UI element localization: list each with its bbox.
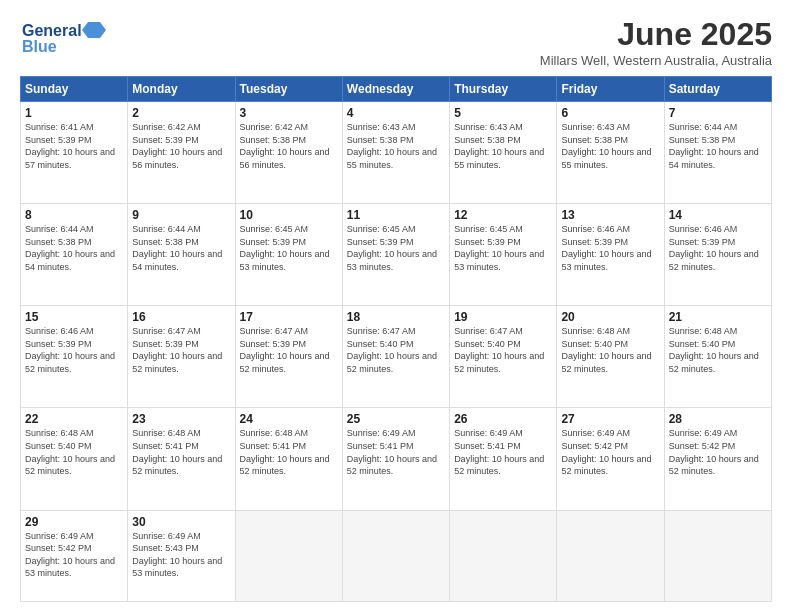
day-info: Sunrise: 6:47 AMSunset: 5:40 PMDaylight:… bbox=[454, 326, 544, 374]
day-info: Sunrise: 6:48 AMSunset: 5:40 PMDaylight:… bbox=[669, 326, 759, 374]
logo-svg: General Blue bbox=[20, 16, 110, 58]
day-number: 6 bbox=[561, 106, 659, 120]
day-header-saturday: Saturday bbox=[664, 77, 771, 102]
calendar-cell: 11Sunrise: 6:45 AMSunset: 5:39 PMDayligh… bbox=[342, 204, 449, 306]
calendar-cell: 18Sunrise: 6:47 AMSunset: 5:40 PMDayligh… bbox=[342, 306, 449, 408]
day-info: Sunrise: 6:43 AMSunset: 5:38 PMDaylight:… bbox=[454, 122, 544, 170]
calendar-table: SundayMondayTuesdayWednesdayThursdayFrid… bbox=[20, 76, 772, 602]
calendar-cell: 9Sunrise: 6:44 AMSunset: 5:38 PMDaylight… bbox=[128, 204, 235, 306]
days-header-row: SundayMondayTuesdayWednesdayThursdayFrid… bbox=[21, 77, 772, 102]
day-info: Sunrise: 6:44 AMSunset: 5:38 PMDaylight:… bbox=[25, 224, 115, 272]
day-header-thursday: Thursday bbox=[450, 77, 557, 102]
day-info: Sunrise: 6:48 AMSunset: 5:40 PMDaylight:… bbox=[561, 326, 651, 374]
calendar-cell: 13Sunrise: 6:46 AMSunset: 5:39 PMDayligh… bbox=[557, 204, 664, 306]
day-number: 17 bbox=[240, 310, 338, 324]
day-info: Sunrise: 6:45 AMSunset: 5:39 PMDaylight:… bbox=[454, 224, 544, 272]
day-info: Sunrise: 6:47 AMSunset: 5:40 PMDaylight:… bbox=[347, 326, 437, 374]
calendar-cell: 24Sunrise: 6:48 AMSunset: 5:41 PMDayligh… bbox=[235, 408, 342, 510]
calendar-cell: 1Sunrise: 6:41 AMSunset: 5:39 PMDaylight… bbox=[21, 102, 128, 204]
day-info: Sunrise: 6:49 AMSunset: 5:42 PMDaylight:… bbox=[669, 428, 759, 476]
calendar-cell: 25Sunrise: 6:49 AMSunset: 5:41 PMDayligh… bbox=[342, 408, 449, 510]
svg-text:Blue: Blue bbox=[22, 38, 57, 55]
logo: General Blue bbox=[20, 16, 110, 62]
day-info: Sunrise: 6:44 AMSunset: 5:38 PMDaylight:… bbox=[132, 224, 222, 272]
calendar-cell: 30Sunrise: 6:49 AMSunset: 5:43 PMDayligh… bbox=[128, 510, 235, 601]
calendar-cell: 23Sunrise: 6:48 AMSunset: 5:41 PMDayligh… bbox=[128, 408, 235, 510]
day-info: Sunrise: 6:44 AMSunset: 5:38 PMDaylight:… bbox=[669, 122, 759, 170]
day-header-monday: Monday bbox=[128, 77, 235, 102]
calendar-cell bbox=[235, 510, 342, 601]
day-info: Sunrise: 6:47 AMSunset: 5:39 PMDaylight:… bbox=[132, 326, 222, 374]
calendar-cell: 2Sunrise: 6:42 AMSunset: 5:39 PMDaylight… bbox=[128, 102, 235, 204]
calendar-cell: 6Sunrise: 6:43 AMSunset: 5:38 PMDaylight… bbox=[557, 102, 664, 204]
day-number: 20 bbox=[561, 310, 659, 324]
calendar-cell: 29Sunrise: 6:49 AMSunset: 5:42 PMDayligh… bbox=[21, 510, 128, 601]
day-number: 16 bbox=[132, 310, 230, 324]
day-number: 19 bbox=[454, 310, 552, 324]
svg-text:General: General bbox=[22, 22, 82, 39]
calendar-cell: 19Sunrise: 6:47 AMSunset: 5:40 PMDayligh… bbox=[450, 306, 557, 408]
location: Millars Well, Western Australia, Austral… bbox=[540, 53, 772, 68]
day-number: 4 bbox=[347, 106, 445, 120]
day-number: 21 bbox=[669, 310, 767, 324]
day-number: 14 bbox=[669, 208, 767, 222]
calendar-cell: 21Sunrise: 6:48 AMSunset: 5:40 PMDayligh… bbox=[664, 306, 771, 408]
day-number: 7 bbox=[669, 106, 767, 120]
day-info: Sunrise: 6:43 AMSunset: 5:38 PMDaylight:… bbox=[347, 122, 437, 170]
day-number: 13 bbox=[561, 208, 659, 222]
day-info: Sunrise: 6:45 AMSunset: 5:39 PMDaylight:… bbox=[240, 224, 330, 272]
calendar-cell: 15Sunrise: 6:46 AMSunset: 5:39 PMDayligh… bbox=[21, 306, 128, 408]
day-number: 27 bbox=[561, 412, 659, 426]
day-info: Sunrise: 6:41 AMSunset: 5:39 PMDaylight:… bbox=[25, 122, 115, 170]
calendar-cell: 4Sunrise: 6:43 AMSunset: 5:38 PMDaylight… bbox=[342, 102, 449, 204]
day-number: 3 bbox=[240, 106, 338, 120]
day-number: 15 bbox=[25, 310, 123, 324]
day-header-friday: Friday bbox=[557, 77, 664, 102]
day-info: Sunrise: 6:46 AMSunset: 5:39 PMDaylight:… bbox=[669, 224, 759, 272]
day-number: 25 bbox=[347, 412, 445, 426]
day-number: 22 bbox=[25, 412, 123, 426]
day-number: 26 bbox=[454, 412, 552, 426]
week-row-5: 29Sunrise: 6:49 AMSunset: 5:42 PMDayligh… bbox=[21, 510, 772, 601]
day-number: 30 bbox=[132, 515, 230, 529]
calendar-cell: 10Sunrise: 6:45 AMSunset: 5:39 PMDayligh… bbox=[235, 204, 342, 306]
day-header-tuesday: Tuesday bbox=[235, 77, 342, 102]
week-row-1: 1Sunrise: 6:41 AMSunset: 5:39 PMDaylight… bbox=[21, 102, 772, 204]
day-number: 11 bbox=[347, 208, 445, 222]
day-info: Sunrise: 6:49 AMSunset: 5:41 PMDaylight:… bbox=[454, 428, 544, 476]
day-info: Sunrise: 6:43 AMSunset: 5:38 PMDaylight:… bbox=[561, 122, 651, 170]
day-info: Sunrise: 6:46 AMSunset: 5:39 PMDaylight:… bbox=[25, 326, 115, 374]
week-row-3: 15Sunrise: 6:46 AMSunset: 5:39 PMDayligh… bbox=[21, 306, 772, 408]
day-info: Sunrise: 6:49 AMSunset: 5:42 PMDaylight:… bbox=[25, 531, 115, 579]
day-number: 1 bbox=[25, 106, 123, 120]
day-info: Sunrise: 6:48 AMSunset: 5:40 PMDaylight:… bbox=[25, 428, 115, 476]
calendar-cell: 16Sunrise: 6:47 AMSunset: 5:39 PMDayligh… bbox=[128, 306, 235, 408]
day-number: 23 bbox=[132, 412, 230, 426]
day-number: 18 bbox=[347, 310, 445, 324]
day-header-sunday: Sunday bbox=[21, 77, 128, 102]
day-info: Sunrise: 6:48 AMSunset: 5:41 PMDaylight:… bbox=[240, 428, 330, 476]
day-info: Sunrise: 6:48 AMSunset: 5:41 PMDaylight:… bbox=[132, 428, 222, 476]
calendar-cell: 27Sunrise: 6:49 AMSunset: 5:42 PMDayligh… bbox=[557, 408, 664, 510]
day-number: 5 bbox=[454, 106, 552, 120]
day-number: 24 bbox=[240, 412, 338, 426]
day-number: 12 bbox=[454, 208, 552, 222]
calendar-cell: 22Sunrise: 6:48 AMSunset: 5:40 PMDayligh… bbox=[21, 408, 128, 510]
day-info: Sunrise: 6:42 AMSunset: 5:39 PMDaylight:… bbox=[132, 122, 222, 170]
day-number: 10 bbox=[240, 208, 338, 222]
day-info: Sunrise: 6:49 AMSunset: 5:43 PMDaylight:… bbox=[132, 531, 222, 579]
day-number: 2 bbox=[132, 106, 230, 120]
month-title: June 2025 bbox=[540, 16, 772, 53]
calendar-cell: 26Sunrise: 6:49 AMSunset: 5:41 PMDayligh… bbox=[450, 408, 557, 510]
day-number: 29 bbox=[25, 515, 123, 529]
calendar-cell bbox=[664, 510, 771, 601]
calendar-cell bbox=[342, 510, 449, 601]
page: General Blue June 2025 Millars Well, Wes… bbox=[0, 0, 792, 612]
calendar-cell: 7Sunrise: 6:44 AMSunset: 5:38 PMDaylight… bbox=[664, 102, 771, 204]
calendar-cell: 3Sunrise: 6:42 AMSunset: 5:38 PMDaylight… bbox=[235, 102, 342, 204]
day-number: 9 bbox=[132, 208, 230, 222]
week-row-4: 22Sunrise: 6:48 AMSunset: 5:40 PMDayligh… bbox=[21, 408, 772, 510]
day-number: 28 bbox=[669, 412, 767, 426]
title-block: June 2025 Millars Well, Western Australi… bbox=[540, 16, 772, 68]
day-info: Sunrise: 6:46 AMSunset: 5:39 PMDaylight:… bbox=[561, 224, 651, 272]
